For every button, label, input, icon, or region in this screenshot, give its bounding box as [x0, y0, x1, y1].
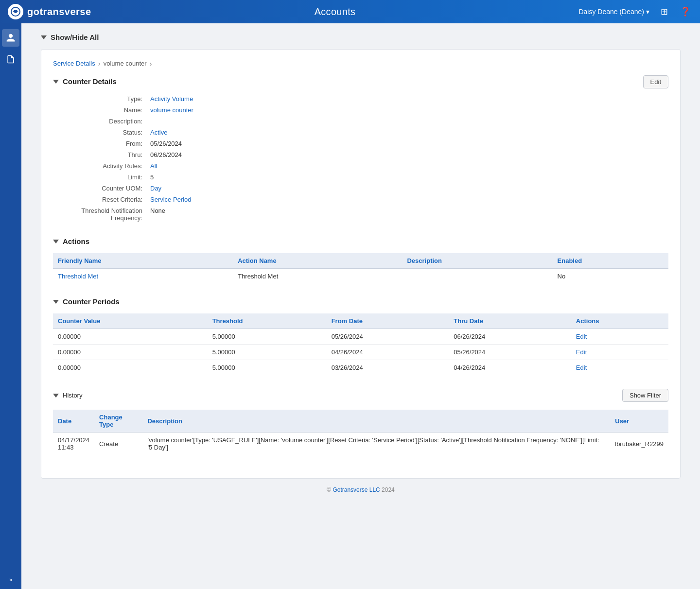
actions-enabled: No — [553, 269, 668, 284]
actions-table-row: Threshold Met Threshold Met No — [53, 269, 668, 284]
detail-label-status: Status: — [53, 129, 150, 136]
breadcrumb: Service Details › volume counter › — [53, 59, 668, 68]
detail-value-reset-criteria[interactable]: Service Period — [150, 196, 192, 203]
cp-col-threshold: Threshold — [208, 313, 327, 329]
grid-icon[interactable]: ⊞ — [657, 5, 671, 18]
cp-row1-thru-date: 06/26/2024 — [449, 329, 571, 345]
history-change-type: Create — [94, 433, 142, 455]
counter-periods-section: Counter Periods Counter Value Threshold … — [53, 297, 668, 375]
actions-header: Actions — [53, 237, 668, 245]
cp-col-actions: Actions — [571, 313, 668, 329]
main-card: Service Details › volume counter › Count… — [41, 49, 681, 479]
sidebar-item-documents[interactable] — [2, 51, 19, 68]
detail-label-thru: Thru: — [53, 151, 150, 158]
detail-row-type: Type: Activity Volume — [53, 93, 668, 104]
detail-row-reset-criteria: Reset Criteria: Service Period — [53, 194, 668, 205]
help-icon[interactable]: ❓ — [679, 5, 692, 18]
detail-value-status[interactable]: Active — [150, 129, 167, 136]
history-header-left: History — [53, 392, 82, 399]
detail-value-type[interactable]: Activity Volume — [150, 95, 193, 103]
history-header: History Show Filter — [53, 389, 668, 402]
detail-row-status: Status: Active — [53, 127, 668, 138]
svg-point-1 — [14, 10, 17, 13]
actions-friendly-name[interactable]: Threshold Met — [53, 269, 233, 284]
counter-periods-collapse-icon — [53, 300, 59, 304]
cp-col-from-date: From Date — [327, 313, 449, 329]
logo[interactable]: gotransverse — [8, 4, 91, 19]
detail-row-thru: Thru: 06/26/2024 — [53, 149, 668, 160]
detail-value-thru: 06/26/2024 — [150, 151, 182, 158]
detail-value-threshold-notif: None — [150, 207, 165, 222]
actions-description — [402, 269, 552, 284]
breadcrumb-separator-2: › — [150, 59, 152, 68]
cp-row2-thru-date: 05/26/2024 — [449, 345, 571, 360]
history-col-user: User — [610, 410, 668, 433]
detail-label-type: Type: — [53, 95, 150, 103]
history-col-change-type: Change Type — [94, 410, 142, 433]
breadcrumb-separator-1: › — [98, 59, 101, 68]
show-hide-label: Show/Hide All — [51, 33, 99, 41]
cp-row2-action[interactable]: Edit — [571, 345, 668, 360]
detail-row-activity-rules: Activity Rules: All — [53, 160, 668, 172]
cp-row2-from-date: 04/26/2024 — [327, 345, 449, 360]
detail-row-threshold-notif: Threshold Notification Frequency: None — [53, 205, 668, 224]
logo-text: gotransverse — [27, 6, 91, 17]
detail-label-description: Description: — [53, 118, 150, 125]
footer: © Gotransverse LLC 2024 — [41, 479, 681, 497]
show-filter-button[interactable]: Show Filter — [622, 389, 668, 402]
detail-value-counter-uom[interactable]: Day — [150, 185, 161, 192]
nav-right: Daisy Deane (Deane) ▾ ⊞ ❓ — [578, 5, 692, 18]
chevron-down-icon: ▾ — [646, 8, 649, 16]
cp-row3-thru-date: 04/26/2024 — [449, 360, 571, 376]
history-description: 'volume counter'[Type: 'USAGE_RULE'][Nam… — [142, 433, 610, 455]
history-collapse-icon — [53, 394, 59, 398]
cp-col-counter-value: Counter Value — [53, 313, 208, 329]
breadcrumb-service-details[interactable]: Service Details — [53, 60, 95, 67]
history-col-date: Date — [53, 410, 94, 433]
actions-col-enabled: Enabled — [553, 253, 668, 269]
history-table: Date Change Type Description User 04/17/… — [53, 410, 668, 455]
history-row-1: 04/17/202411:43 Create 'volume counter'[… — [53, 433, 668, 455]
gotransverse-link[interactable]: Gotransverse LLC — [332, 486, 380, 493]
cp-row-2: 0.00000 5.00000 04/26/2024 05/26/2024 Ed… — [53, 345, 668, 360]
user-name: Daisy Deane (Deane) — [578, 8, 644, 16]
history-date: 04/17/202411:43 — [53, 433, 94, 455]
cp-row-1: 0.00000 5.00000 05/26/2024 06/26/2024 Ed… — [53, 329, 668, 345]
detail-row-description: Description: — [53, 116, 668, 127]
cp-row3-action[interactable]: Edit — [571, 360, 668, 376]
edit-button[interactable]: Edit — [643, 75, 668, 88]
sidebar-expand[interactable]: » — [9, 576, 13, 589]
copyright: © Gotransverse LLC 2024 — [327, 486, 395, 493]
detail-label-activity-rules: Activity Rules: — [53, 162, 150, 170]
sidebar: » — [0, 23, 21, 589]
counter-periods-title: Counter Periods — [63, 297, 120, 306]
detail-value-activity-rules[interactable]: All — [150, 162, 157, 170]
cp-row2-counter-value: 0.00000 — [53, 345, 208, 360]
logo-icon — [8, 4, 23, 19]
sidebar-item-users[interactable] — [2, 29, 19, 47]
detail-label-name: Name: — [53, 106, 150, 114]
cp-row-3: 0.00000 5.00000 03/26/2024 04/26/2024 Ed… — [53, 360, 668, 376]
cp-row3-counter-value: 0.00000 — [53, 360, 208, 376]
counter-details-header: Counter Details Edit — [53, 77, 668, 86]
cp-row1-action[interactable]: Edit — [571, 329, 668, 345]
cp-row3-threshold: 5.00000 — [208, 360, 327, 376]
counter-details-section: Counter Details Edit Type: Activity Volu… — [53, 77, 668, 224]
history-col-description: Description — [142, 410, 610, 433]
history-section: History Show Filter Date Change Type Des… — [53, 389, 668, 455]
actions-col-description: Description — [402, 253, 552, 269]
detail-label-from: From: — [53, 140, 150, 147]
user-menu[interactable]: Daisy Deane (Deane) ▾ — [578, 8, 649, 16]
actions-title: Actions — [63, 237, 89, 245]
show-hide-all[interactable]: Show/Hide All — [41, 33, 681, 41]
detail-row-from: From: 05/26/2024 — [53, 138, 668, 149]
detail-value-name[interactable]: volume counter — [150, 106, 193, 114]
actions-col-friendly-name: Friendly Name — [53, 253, 233, 269]
actions-collapse-icon — [53, 240, 59, 243]
cp-row1-threshold: 5.00000 — [208, 329, 327, 345]
detail-label-reset-criteria: Reset Criteria: — [53, 196, 150, 203]
detail-label-threshold-notif: Threshold Notification Frequency: — [53, 207, 150, 222]
actions-section: Actions Friendly Name Action Name Descri… — [53, 237, 668, 284]
detail-row-counter-uom: Counter UOM: Day — [53, 183, 668, 194]
counter-details-collapse-icon — [53, 80, 59, 84]
